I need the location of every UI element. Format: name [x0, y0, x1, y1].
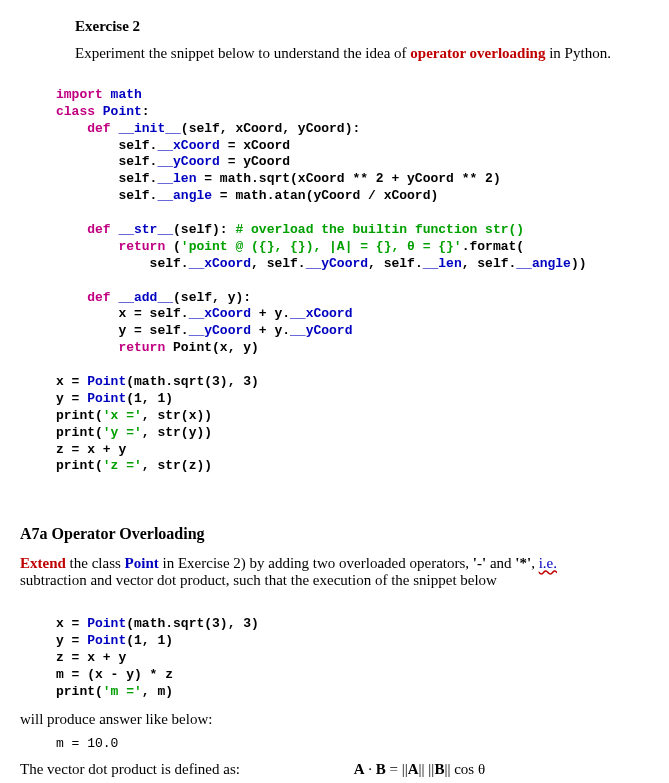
code-comment: # overload the builtin function str() — [235, 222, 524, 237]
code-attr: __yCoord — [290, 323, 352, 338]
code-kw: def — [56, 290, 111, 305]
code: (1, 1) — [126, 633, 173, 648]
exercise-intro: Experiment the snippet below to understa… — [75, 45, 649, 62]
code-attr: __len — [157, 171, 196, 186]
formula-mid: || || — [419, 761, 435, 777]
formula-eq: = || — [386, 761, 408, 777]
formula-a2: A — [408, 761, 419, 777]
code: (self, xCoord, yCoord): — [181, 121, 360, 136]
below-text: will produce answer like below: — [20, 711, 649, 728]
code: (math.sqrt(3), 3) — [126, 616, 259, 631]
code-dunder: __add__ — [111, 290, 173, 305]
code-cls: Point — [87, 633, 126, 648]
code-kw: return — [56, 239, 165, 254]
code-attr: __yCoord — [157, 154, 219, 169]
code: ( — [165, 239, 181, 254]
intro-pre: Experiment the snippet below to understa… — [75, 45, 410, 61]
code: y = — [56, 633, 87, 648]
result-line: m = 10.0 — [56, 736, 649, 751]
dot-product-text: The vector dot product is defined as: — [20, 761, 240, 777]
code: , self. — [462, 256, 517, 271]
code: .format( — [462, 239, 524, 254]
formula-end: || cos θ — [444, 761, 485, 777]
code: x = self. — [56, 306, 189, 321]
code-mod: math — [103, 87, 142, 102]
code: (self): — [173, 222, 235, 237]
code-attr: __xCoord — [157, 138, 219, 153]
code-kw: def — [56, 222, 111, 237]
code-cls: Point — [87, 374, 126, 389]
code — [56, 205, 64, 220]
code: self. — [56, 154, 157, 169]
code-attr: __yCoord — [306, 256, 368, 271]
intro-post: in Python. — [545, 45, 610, 61]
intro-red: operator overloading — [410, 45, 545, 61]
code-str: 'm =' — [103, 684, 142, 699]
code-str: 'y =' — [103, 425, 142, 440]
code: self. — [56, 171, 157, 186]
code-attr: __len — [423, 256, 462, 271]
code: , m) — [142, 684, 173, 699]
formula-dot: · — [365, 761, 376, 777]
code: )) — [571, 256, 587, 271]
code-attr: __yCoord — [189, 323, 251, 338]
code-str: 'point @ ({}, {}), |A| = {}, θ = {}' — [181, 239, 462, 254]
code: , str(x)) — [142, 408, 212, 423]
dot-product-line: The vector dot product is defined as: A … — [20, 761, 649, 778]
code: = xCoord — [220, 138, 290, 153]
code: y = — [56, 391, 87, 406]
code: (1, 1) — [126, 391, 173, 406]
code: print( — [56, 684, 103, 699]
code-cls: Point — [95, 104, 142, 119]
code: , str(y)) — [142, 425, 212, 440]
code-str: 'z =' — [103, 458, 142, 473]
code: m = (x - y) * z — [56, 667, 173, 682]
code-attr: __xCoord — [290, 306, 352, 321]
extend-text: the class — [66, 555, 125, 571]
code — [56, 357, 64, 372]
code-block-2: x = Point(math.sqrt(3), 3) y = Point(1, … — [56, 599, 649, 700]
code: (math.sqrt(3), 3) — [126, 374, 259, 389]
section-title: A7a Operator Overloading — [20, 525, 649, 543]
dot-product-formula: A · B = ||A|| ||B|| cos θ — [354, 761, 485, 778]
code: , self. — [368, 256, 423, 271]
code-dunder: __init__ — [111, 121, 181, 136]
code-kw: class — [56, 104, 95, 119]
code: Point(x, y) — [165, 340, 259, 355]
code-attr: __angle — [157, 188, 212, 203]
extend-text2: subtraction and vector dot product, such… — [20, 572, 497, 588]
code: z = x + y — [56, 442, 126, 457]
extend-op: '*' — [515, 555, 531, 571]
code-kw: import — [56, 87, 103, 102]
code — [56, 273, 64, 288]
extend-keyword: Extend — [20, 555, 66, 571]
extend-text: , — [531, 555, 539, 571]
code-kw: return — [56, 340, 165, 355]
code-dunder: __str__ — [111, 222, 173, 237]
code: self. — [56, 188, 157, 203]
code: + y. — [251, 306, 290, 321]
extend-paragraph: Extend the class Point in Exercise 2) by… — [20, 555, 649, 589]
code-attr: __angle — [516, 256, 571, 271]
code: x = — [56, 374, 87, 389]
code-block-1: import math class Point: def __init__(se… — [56, 70, 649, 475]
code: print( — [56, 458, 103, 473]
code: : — [142, 104, 150, 119]
code-cls: Point — [87, 616, 126, 631]
code-kw: def — [56, 121, 111, 136]
code: + y. — [251, 323, 290, 338]
formula-b2: B — [434, 761, 444, 777]
code: print( — [56, 425, 103, 440]
exercise-title: Exercise 2 — [75, 18, 649, 35]
code: = math.sqrt(xCoord ** 2 + yCoord ** 2) — [196, 171, 500, 186]
formula-b: B — [376, 761, 386, 777]
formula-a: A — [354, 761, 365, 777]
code-cls: Point — [87, 391, 126, 406]
code: x = — [56, 616, 87, 631]
code: self. — [56, 138, 157, 153]
code-attr: __xCoord — [189, 306, 251, 321]
code: y = self. — [56, 323, 189, 338]
code-str: 'x =' — [103, 408, 142, 423]
code: print( — [56, 408, 103, 423]
extend-point: Point — [125, 555, 159, 571]
